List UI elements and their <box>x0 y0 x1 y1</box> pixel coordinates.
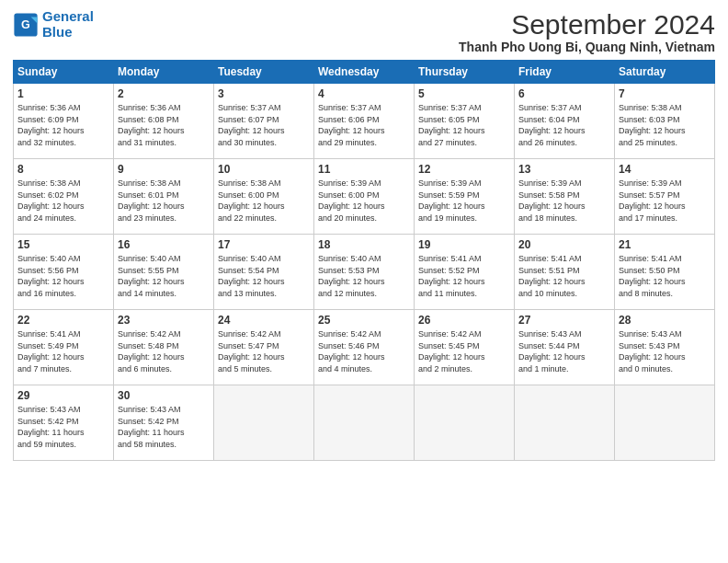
day-number: 16 <box>118 237 210 252</box>
weekday-saturday: Saturday <box>615 61 715 84</box>
day-info: Sunrise: 5:39 AM Sunset: 5:58 PM Dayligh… <box>518 178 610 224</box>
weekday-thursday: Thursday <box>415 61 515 84</box>
week-row: 8Sunrise: 5:38 AM Sunset: 6:02 PM Daylig… <box>14 159 715 235</box>
day-number: 1 <box>17 86 109 101</box>
page: G General Blue September 2024 Thanh Pho … <box>0 0 728 563</box>
table-row: 13Sunrise: 5:39 AM Sunset: 5:58 PM Dayli… <box>515 159 615 235</box>
day-info: Sunrise: 5:40 AM Sunset: 5:53 PM Dayligh… <box>318 253 410 299</box>
table-row <box>415 385 515 461</box>
logo-text: General Blue <box>42 9 94 40</box>
logo-blue: Blue <box>42 24 73 40</box>
day-number: 11 <box>318 162 410 177</box>
table-row: 19Sunrise: 5:41 AM Sunset: 5:52 PM Dayli… <box>415 235 515 310</box>
day-number: 17 <box>218 237 310 252</box>
table-row: 21Sunrise: 5:41 AM Sunset: 5:50 PM Dayli… <box>615 235 715 310</box>
table-row: 23Sunrise: 5:42 AM Sunset: 5:48 PM Dayli… <box>114 310 214 385</box>
table-row: 15Sunrise: 5:40 AM Sunset: 5:56 PM Dayli… <box>14 235 114 310</box>
week-row: 1Sunrise: 5:36 AM Sunset: 6:09 PM Daylig… <box>14 84 715 159</box>
svg-text:G: G <box>21 18 30 31</box>
logo-general: General <box>42 8 94 24</box>
table-row <box>214 385 314 461</box>
week-row: 15Sunrise: 5:40 AM Sunset: 5:56 PM Dayli… <box>14 235 715 310</box>
table-row: 8Sunrise: 5:38 AM Sunset: 6:02 PM Daylig… <box>14 159 114 235</box>
day-info: Sunrise: 5:36 AM Sunset: 6:08 PM Dayligh… <box>118 102 210 148</box>
day-info: Sunrise: 5:39 AM Sunset: 5:57 PM Dayligh… <box>619 178 711 224</box>
table-row: 1Sunrise: 5:36 AM Sunset: 6:09 PM Daylig… <box>14 84 114 159</box>
table-row: 11Sunrise: 5:39 AM Sunset: 6:00 PM Dayli… <box>314 159 415 235</box>
day-number: 21 <box>619 237 711 252</box>
day-number: 7 <box>619 86 711 101</box>
day-number: 28 <box>619 313 711 327</box>
table-row <box>615 385 715 461</box>
table-row: 7Sunrise: 5:38 AM Sunset: 6:03 PM Daylig… <box>615 84 715 159</box>
day-number: 3 <box>218 86 310 101</box>
day-number: 20 <box>518 237 610 252</box>
calendar: SundayMondayTuesdayWednesdayThursdayFrid… <box>13 60 715 461</box>
weekday-header-row: SundayMondayTuesdayWednesdayThursdayFrid… <box>14 61 715 84</box>
weekday-sunday: Sunday <box>14 61 114 84</box>
table-row: 2Sunrise: 5:36 AM Sunset: 6:08 PM Daylig… <box>114 84 214 159</box>
day-info: Sunrise: 5:40 AM Sunset: 5:55 PM Dayligh… <box>118 253 210 299</box>
day-info: Sunrise: 5:43 AM Sunset: 5:44 PM Dayligh… <box>518 328 610 374</box>
day-info: Sunrise: 5:43 AM Sunset: 5:42 PM Dayligh… <box>118 404 210 450</box>
day-info: Sunrise: 5:37 AM Sunset: 6:06 PM Dayligh… <box>318 102 410 148</box>
table-row: 27Sunrise: 5:43 AM Sunset: 5:44 PM Dayli… <box>515 310 615 385</box>
week-row: 22Sunrise: 5:41 AM Sunset: 5:49 PM Dayli… <box>14 310 715 385</box>
day-info: Sunrise: 5:42 AM Sunset: 5:48 PM Dayligh… <box>118 328 210 374</box>
location-title: Thanh Pho Uong Bi, Quang Ninh, Vietnam <box>459 40 715 54</box>
day-info: Sunrise: 5:41 AM Sunset: 5:52 PM Dayligh… <box>418 253 510 299</box>
day-number: 18 <box>318 237 410 252</box>
day-number: 23 <box>118 313 210 327</box>
table-row <box>314 385 415 461</box>
day-number: 9 <box>118 162 210 177</box>
weekday-tuesday: Tuesday <box>214 61 314 84</box>
day-number: 4 <box>318 86 410 101</box>
day-info: Sunrise: 5:43 AM Sunset: 5:42 PM Dayligh… <box>17 404 109 450</box>
title-block: September 2024 Thanh Pho Uong Bi, Quang … <box>459 9 715 54</box>
table-row: 3Sunrise: 5:37 AM Sunset: 6:07 PM Daylig… <box>214 84 314 159</box>
table-row: 25Sunrise: 5:42 AM Sunset: 5:46 PM Dayli… <box>314 310 415 385</box>
day-info: Sunrise: 5:37 AM Sunset: 6:04 PM Dayligh… <box>518 102 610 148</box>
day-number: 29 <box>17 388 109 403</box>
day-number: 2 <box>118 86 210 101</box>
table-row: 26Sunrise: 5:42 AM Sunset: 5:45 PM Dayli… <box>415 310 515 385</box>
table-row <box>515 385 615 461</box>
day-info: Sunrise: 5:41 AM Sunset: 5:49 PM Dayligh… <box>17 328 109 374</box>
table-row: 18Sunrise: 5:40 AM Sunset: 5:53 PM Dayli… <box>314 235 415 310</box>
day-info: Sunrise: 5:42 AM Sunset: 5:47 PM Dayligh… <box>218 328 310 374</box>
day-info: Sunrise: 5:38 AM Sunset: 6:01 PM Dayligh… <box>118 178 210 224</box>
day-number: 15 <box>17 237 109 252</box>
day-number: 24 <box>218 313 310 327</box>
table-row: 10Sunrise: 5:38 AM Sunset: 6:00 PM Dayli… <box>214 159 314 235</box>
day-number: 10 <box>218 162 310 177</box>
weekday-monday: Monday <box>114 61 214 84</box>
day-number: 8 <box>17 162 109 177</box>
day-info: Sunrise: 5:43 AM Sunset: 5:43 PM Dayligh… <box>619 328 711 374</box>
table-row: 4Sunrise: 5:37 AM Sunset: 6:06 PM Daylig… <box>314 84 415 159</box>
day-info: Sunrise: 5:40 AM Sunset: 5:54 PM Dayligh… <box>218 253 310 299</box>
day-number: 25 <box>318 313 410 327</box>
table-row: 22Sunrise: 5:41 AM Sunset: 5:49 PM Dayli… <box>14 310 114 385</box>
day-number: 19 <box>418 237 510 252</box>
day-info: Sunrise: 5:41 AM Sunset: 5:50 PM Dayligh… <box>619 253 711 299</box>
day-number: 6 <box>518 86 610 101</box>
table-row: 30Sunrise: 5:43 AM Sunset: 5:42 PM Dayli… <box>114 385 214 461</box>
table-row: 24Sunrise: 5:42 AM Sunset: 5:47 PM Dayli… <box>214 310 314 385</box>
day-info: Sunrise: 5:37 AM Sunset: 6:07 PM Dayligh… <box>218 102 310 148</box>
week-row: 29Sunrise: 5:43 AM Sunset: 5:42 PM Dayli… <box>14 385 715 461</box>
day-info: Sunrise: 5:38 AM Sunset: 6:02 PM Dayligh… <box>17 178 109 224</box>
day-number: 12 <box>418 162 510 177</box>
logo: G General Blue <box>13 9 94 40</box>
day-info: Sunrise: 5:37 AM Sunset: 6:05 PM Dayligh… <box>418 102 510 148</box>
day-info: Sunrise: 5:38 AM Sunset: 6:00 PM Dayligh… <box>218 178 310 224</box>
table-row: 12Sunrise: 5:39 AM Sunset: 5:59 PM Dayli… <box>415 159 515 235</box>
day-info: Sunrise: 5:36 AM Sunset: 6:09 PM Dayligh… <box>17 102 109 148</box>
day-number: 26 <box>418 313 510 327</box>
day-info: Sunrise: 5:42 AM Sunset: 5:45 PM Dayligh… <box>418 328 510 374</box>
weekday-wednesday: Wednesday <box>314 61 415 84</box>
day-number: 14 <box>619 162 711 177</box>
table-row: 20Sunrise: 5:41 AM Sunset: 5:51 PM Dayli… <box>515 235 615 310</box>
table-row: 16Sunrise: 5:40 AM Sunset: 5:55 PM Dayli… <box>114 235 214 310</box>
header: G General Blue September 2024 Thanh Pho … <box>13 9 715 54</box>
table-row: 6Sunrise: 5:37 AM Sunset: 6:04 PM Daylig… <box>515 84 615 159</box>
